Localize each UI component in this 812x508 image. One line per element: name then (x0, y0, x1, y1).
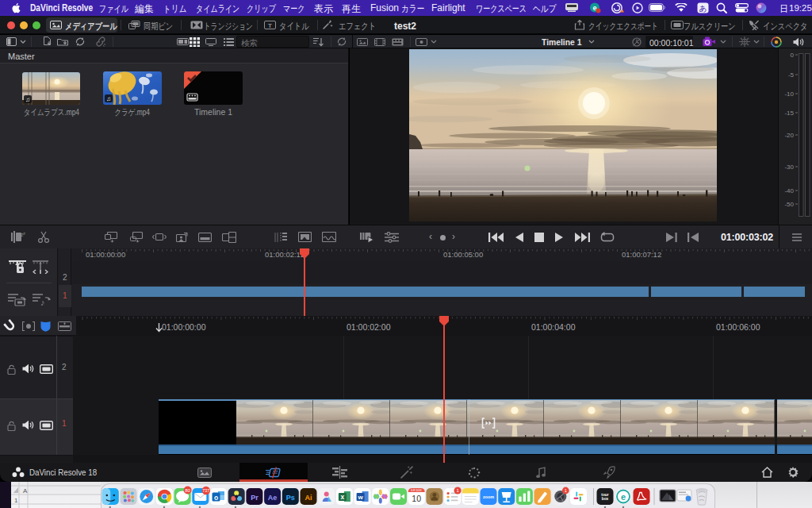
svg-text:o: o (214, 494, 218, 502)
svg-text:♫: ♫ (25, 96, 30, 103)
svg-text:box: box (602, 497, 609, 501)
svg-text:80: 80 (185, 488, 190, 493)
svg-text:1: 1 (565, 488, 567, 493)
svg-text:Ae: Ae (268, 494, 278, 502)
svg-text:Pr: Pr (251, 494, 259, 502)
svg-text:w: w (357, 494, 363, 501)
svg-text:01:00:07:12: 01:00:07:12 (622, 250, 661, 259)
svg-text:T: T (268, 22, 272, 29)
svg-text:z: z (23, 231, 25, 236)
svg-text:01:00:02:00: 01:00:02:00 (347, 322, 391, 332)
svg-text:10: 10 (412, 494, 421, 503)
svg-text:x: x (341, 493, 345, 501)
svg-text:♪: ♪ (40, 298, 45, 306)
svg-text:zoom: zoom (483, 495, 494, 499)
svg-text:-5: -5 (788, 71, 795, 79)
svg-text:A: A (23, 487, 28, 495)
svg-text:あ: あ (699, 4, 707, 13)
svg-text:01:00:06:00: 01:00:06:00 (716, 322, 760, 332)
svg-text:Ps: Ps (286, 494, 295, 502)
svg-text:01:00:05:00: 01:00:05:00 (443, 250, 483, 259)
svg-text:!: ! (622, 9, 622, 13)
svg-text:737: 737 (202, 488, 209, 493)
svg-text:1: 1 (14, 497, 18, 504)
svg-text:01:00:00:00: 01:00:00:00 (86, 250, 125, 259)
svg-text:6月10日: 6月10日 (411, 489, 422, 492)
svg-text:01:00:02:12: 01:00:02:12 (265, 250, 304, 259)
svg-text:01:00:00:00: 01:00:00:00 (162, 322, 206, 332)
svg-text:0: 0 (791, 52, 795, 59)
svg-text:-30: -30 (784, 164, 794, 171)
svg-text:e: e (621, 492, 626, 502)
svg-text:-20: -20 (784, 132, 794, 139)
svg-text:-15: -15 (784, 110, 794, 117)
svg-text:-40: -40 (784, 187, 794, 194)
svg-text:-50: -50 (784, 201, 794, 208)
svg-text:-10: -10 (784, 90, 794, 98)
svg-text:♫: ♫ (106, 95, 111, 102)
svg-text:01:00:04:00: 01:00:04:00 (531, 322, 576, 332)
svg-text:Ai: Ai (305, 494, 312, 502)
